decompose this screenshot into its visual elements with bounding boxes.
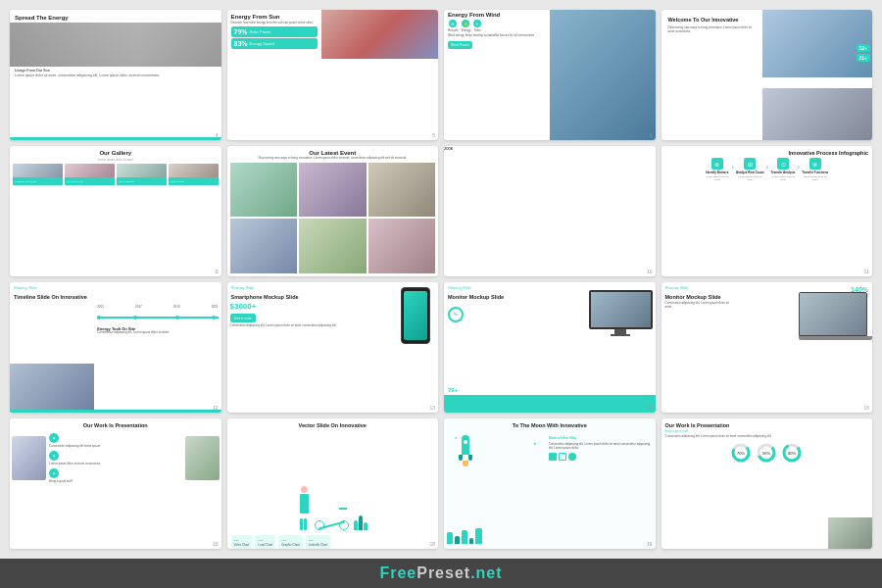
donut-2: 56% [756, 442, 777, 464]
slide13-stat: $3000+ [230, 302, 347, 311]
slide7-number: 7 [866, 132, 869, 138]
process-step-2: ⊞ Analyze Root Cause Lorem ipsum dolor s… [736, 158, 764, 181]
slide10-badge: 200K [444, 146, 656, 151]
slide14-teal-bg [444, 395, 656, 413]
slide15-number: 15 [863, 405, 869, 411]
slide16-bubble1: ◆ [49, 433, 59, 443]
slide14-label: Sharing Slide [444, 282, 656, 290]
slide6-number: 6 [650, 132, 653, 138]
slide18-title: To The Moon With Innovative [444, 418, 656, 429]
donut-1: 70% [730, 442, 752, 464]
slide15-laptop [799, 292, 872, 346]
slide13-number: 13 [429, 405, 435, 411]
rocket-window [464, 440, 467, 444]
star-2: ★ [455, 436, 458, 440]
process-arrow-3: › [798, 163, 801, 172]
slide18-left: ★ ★ [447, 433, 542, 544]
slide-14[interactable]: Sharing Slide Monitor Mockup Slide 79+ 7… [444, 282, 656, 413]
vector-plants [354, 515, 368, 530]
event-photo-3 [368, 163, 436, 218]
svg-text:56%: 56% [762, 451, 770, 456]
slide6-left: Energy From Wind ♻Recycle ⚡Energy ☀Solar… [444, 10, 550, 140]
slide-15[interactable]: Sharing Slide Monitor Mockup Slide 140% … [662, 282, 873, 413]
slide18-subtitle: New of the Sky [549, 435, 651, 440]
plant-2 [359, 515, 363, 530]
slide16-text3: Bring a good stuff [49, 480, 182, 484]
slide10-number: 10 [647, 269, 653, 274]
star-1: ★ [533, 441, 537, 446]
slide-16[interactable]: Our Work Is Presentation ◆ Consectetur a… [10, 418, 221, 549]
slide6-body: Wind energy helps develop sustainable fu… [448, 34, 546, 38]
stat-box-4: --- LinkedIn Chart [306, 535, 331, 549]
plant-e [475, 528, 482, 544]
slide8-title: Our Gallery [10, 146, 221, 158]
slide4-teal-bar [10, 137, 221, 140]
plant-d [469, 538, 473, 544]
slide7-title: Welcome To Our Innovative [664, 13, 760, 24]
slide7-photo-bottom [762, 88, 872, 140]
slide5-stat1: 79% Solar Power [231, 26, 318, 37]
process-arrow-1: › [731, 163, 734, 172]
slide5-body: Discover how solar energy from the sun c… [231, 22, 318, 25]
slide-7[interactable]: Welcome To Our Innovative Discovering ne… [662, 10, 873, 140]
slide11-process: ⊕ Identify Barriers Lorem ipsum dolor si… [662, 158, 873, 181]
slide4-number: 4 [216, 132, 219, 138]
slide-17[interactable]: Vector Slide On Innovative [227, 418, 439, 549]
slide16-title: Our Work Is Presentation [10, 418, 221, 429]
process-step-1: ⊕ Identify Barriers Lorem ipsum dolor si… [705, 158, 729, 181]
slide-9[interactable]: Our Latest Event Discovering new ways to… [227, 146, 439, 276]
slide12-label: Sharing Slide [10, 282, 221, 290]
slide-13[interactable]: Sharing Slide Smartphone Mockup Slide $3… [227, 282, 439, 413]
tl-dot-4 [212, 316, 216, 319]
slide19-number: 20 [863, 541, 869, 547]
slide-19[interactable]: Our Work Is Presentation Bring a good st… [662, 418, 873, 549]
slide15-stat: 140% [851, 286, 868, 293]
slide18-right: New of the Sky Consectetur adipiscing el… [547, 433, 653, 463]
slide14-stat: 79+ [448, 387, 458, 393]
fin-left [459, 455, 463, 461]
plant-a [447, 532, 453, 544]
slide4-title: Spread The Energy [10, 10, 221, 23]
slide13-content: $3000+ Get it now Consectetur adipiscing… [230, 302, 347, 328]
slide17-vector-area [227, 430, 439, 535]
slide-6[interactable]: Energy From Wind ♻Recycle ⚡Energy ☀Solar… [444, 10, 656, 140]
slide-11[interactable]: Innovative Process Infographic ⊕ Identif… [662, 146, 873, 276]
slide9-number: 9 [432, 269, 435, 274]
slide-12[interactable]: Sharing Slide Timeline Slide On Innovati… [10, 282, 221, 413]
slide7-left: Welcome To Our Innovative Discovering ne… [662, 10, 762, 37]
slide16-bubble3: ◆ [49, 468, 59, 478]
slide-18[interactable]: To The Moon With Innovative [444, 418, 656, 549]
stat-box-2: --- Lead Chart [255, 535, 275, 549]
slide-8[interactable]: Our Gallery Lorem ipsum dolor sit amet C… [10, 146, 221, 276]
slide5-stat2: 83% Energy Saved [231, 38, 318, 49]
slide11-title: Innovative Process Infographic [662, 146, 873, 158]
slide14-circle-stat: 79+ [448, 307, 464, 322]
watermark-net: .net [470, 564, 502, 581]
slide18-rocket [462, 435, 472, 466]
slide-5[interactable]: Energy From Sun Discover how solar energ… [227, 10, 439, 140]
slide6-icons: ♻Recycle ⚡Energy ☀Solar [448, 20, 546, 32]
vector-person [297, 486, 312, 530]
plant-c [462, 530, 467, 544]
event-photo-5 [299, 219, 367, 273]
slide12-number: 12 [213, 405, 219, 411]
slide18-body: Consectetur adipiscing elit. Lorem ipsum… [549, 442, 651, 450]
slide-10[interactable]: 200K 10 [444, 146, 656, 276]
slide16-center: ◆ Consectetur adipiscing elit lorem ipsu… [49, 433, 182, 544]
slide8-gallery: Creating Knowledge Innovation Hub Work T… [10, 164, 221, 185]
slide-4[interactable]: Spread The Energy Linage From Our Sun Lo… [10, 10, 221, 140]
watermark-text: FreePreset.net [379, 564, 502, 582]
slide12-timeline: 2015 2017 2019 2021 Energy Took On Site … [94, 302, 220, 338]
vector-leg-left [300, 518, 303, 530]
slide5-photo [321, 10, 438, 59]
slide8-number: 8 [216, 269, 219, 274]
slide6-photo [550, 10, 656, 140]
slide5-title: Energy From Sun [231, 14, 318, 20]
rocket-flame [463, 461, 468, 466]
tl-dot-1 [97, 316, 101, 319]
vector-bike [315, 506, 349, 530]
slide19-title: Our Work Is Presentation [662, 418, 873, 429]
slide16-number: 16 [213, 541, 219, 547]
slide12-teal-bar [10, 410, 221, 413]
plant-1 [354, 520, 358, 530]
